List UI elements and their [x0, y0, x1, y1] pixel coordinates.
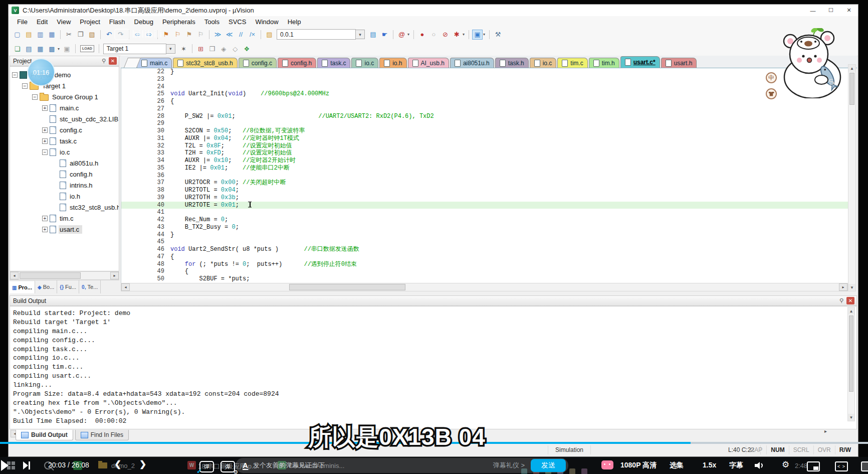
menu-item-svcs[interactable]: SVCS — [224, 17, 251, 27]
tree-item-intrinsh[interactable]: intrins.h — [10, 180, 119, 191]
menu-item-flash[interactable]: Flash — [105, 17, 130, 27]
ime-skin-button[interactable] — [766, 88, 777, 99]
window-layout-icon[interactable]: ▣ — [472, 30, 483, 40]
menu-item-peripherals[interactable]: Peripherals — [158, 17, 200, 27]
minimize-button[interactable]: — — [804, 5, 822, 16]
scroll-down-icon[interactable]: ▼ — [848, 284, 855, 291]
volume-icon[interactable] — [754, 461, 765, 470]
breakpoint-kill-icon[interactable]: ✱ — [452, 30, 462, 40]
menu-item-view[interactable]: View — [52, 17, 75, 27]
editor-tab-usartc[interactable]: usart.c* — [620, 56, 660, 68]
quality-button[interactable]: 1080P 高清 — [620, 461, 657, 470]
editor-tab-ai8051uh[interactable]: ai8051u.h — [450, 58, 494, 68]
editor-tab-stc32stc8usbh[interactable]: stc32_stc8_usb.h — [173, 58, 237, 68]
scroll-left-icon[interactable]: ◂ — [10, 272, 19, 279]
expand-toggle[interactable]: − — [42, 149, 48, 155]
bookmark-next-icon[interactable]: ⚑ — [184, 30, 194, 40]
breakpoint-empty-icon[interactable]: ○ — [428, 30, 439, 40]
subtitle-button[interactable]: 字幕 — [729, 461, 743, 470]
manage-items-icon[interactable]: ⊞ — [195, 44, 206, 54]
font-style-icon[interactable]: A — [243, 461, 248, 470]
editor-tab-AIusbh[interactable]: AI_usb.h — [408, 58, 449, 68]
menu-item-file[interactable]: File — [13, 17, 32, 27]
editor-tab-ioh[interactable]: io.h — [379, 58, 406, 68]
fullscreen-button[interactable] — [861, 461, 868, 471]
panel-tab-Fu[interactable]: {}Fu... — [57, 280, 79, 293]
etiquette-link[interactable]: 弹幕礼仪 > — [493, 461, 525, 470]
chevron-down-icon[interactable]: ▾ — [166, 44, 175, 54]
pack-installer-icon[interactable]: ❖ — [242, 44, 252, 54]
panel-tab-Te[interactable]: 0,Te... — [79, 280, 101, 293]
tree-item-taskc[interactable]: +task.c — [10, 135, 119, 146]
tree-item-timc[interactable]: +tim.c — [10, 213, 119, 224]
download-flash-button[interactable]: LOAD — [80, 45, 94, 52]
configure-icon[interactable]: ⚒ — [493, 30, 503, 40]
code-editor[interactable]: 22}232425void Uart2_Init(void) //9600bps… — [121, 68, 848, 283]
tree-item-mainc[interactable]: +main.c — [10, 102, 119, 113]
editor-tab-taskc[interactable]: task.c — [317, 58, 350, 68]
chevron-down-icon[interactable]: ▾ — [356, 30, 365, 39]
scroll-down-icon[interactable]: ▼ — [848, 414, 854, 421]
translate-file-icon[interactable]: ❏ — [12, 44, 23, 54]
menu-item-project[interactable]: Project — [75, 17, 104, 27]
indent-icon[interactable]: ≫ — [212, 30, 223, 40]
save-all-icon[interactable]: ▦ — [47, 30, 57, 40]
undo-icon[interactable]: ↶ — [104, 30, 114, 40]
folder-icon[interactable] — [98, 462, 107, 468]
editor-tab-usarth[interactable]: usart.h — [661, 58, 697, 68]
editor-tab-timc[interactable]: tim.c — [557, 58, 587, 68]
scroll-thumb[interactable] — [289, 284, 405, 290]
breakpoint-disable-icon[interactable]: ⊘ — [440, 30, 451, 40]
tree-item-configh[interactable]: config.h — [10, 169, 119, 180]
tree-item-stcusbcdc32LIB[interactable]: stc_usb_cdc_32.LIB — [10, 113, 119, 124]
panel-tab-Bo[interactable]: ◈Bo... — [35, 280, 57, 293]
chevron-down-icon[interactable]: ▾ — [407, 32, 409, 37]
editor-tab-timh[interactable]: tim.h — [589, 58, 619, 68]
bilibili-tv-icon[interactable] — [601, 460, 613, 469]
danmaku-settings-button[interactable]: 弹 — [221, 461, 235, 472]
tree-item-Projectdemo[interactable]: −Project: demo — [10, 69, 119, 80]
expand-toggle[interactable]: + — [42, 105, 48, 111]
tree-item-ai8051uh[interactable]: ai8051u.h — [10, 157, 119, 169]
bottom-tab-FindInFiles[interactable]: Find In Files — [75, 430, 129, 440]
tree-item-configc[interactable]: +config.c — [10, 124, 119, 135]
menu-item-debug[interactable]: Debug — [130, 17, 158, 27]
global-search-icon[interactable]: @ — [396, 30, 407, 40]
web-fullscreen-button[interactable]: < > — [835, 461, 848, 471]
build-target-icon[interactable]: ▤ — [24, 44, 34, 54]
expand-toggle[interactable]: + — [42, 227, 48, 232]
episodes-button[interactable]: 选集 — [670, 461, 684, 470]
pin-icon[interactable]: ⚲ — [837, 297, 845, 304]
tree-item-Target1[interactable]: −Target 1 — [10, 80, 119, 91]
danmaku-toggle-button[interactable]: 弹 — [199, 461, 214, 472]
open-file-icon[interactable]: ▤ — [24, 30, 34, 40]
build-output-vscrollbar[interactable]: ▲ ▼ — [847, 307, 855, 421]
multi-window-icon[interactable]: ❒ — [207, 44, 218, 54]
ime-lang-button[interactable]: 中 — [766, 72, 777, 83]
expand-toggle[interactable]: + — [42, 127, 48, 133]
menu-item-tools[interactable]: Tools — [200, 17, 224, 27]
expand-toggle[interactable]: + — [42, 216, 48, 221]
next-video-button[interactable] — [23, 461, 30, 469]
menu-item-window[interactable]: Window — [251, 17, 283, 27]
find-in-files-icon[interactable]: ▤ — [368, 30, 378, 40]
editor-tab-configh[interactable]: config.h — [278, 58, 316, 68]
editor-tab-configc[interactable]: config.c — [239, 58, 277, 68]
uncomment-icon[interactable]: /× — [247, 30, 258, 40]
maximize-button[interactable]: ☐ — [822, 5, 840, 16]
scroll-up-icon[interactable]: ▲ — [848, 307, 854, 314]
danmaku-input[interactable]: A 发个友善的弹幕见证当下 弹幕礼仪 > 发送 — [236, 458, 568, 473]
scroll-right-icon[interactable]: ▸ — [824, 428, 827, 434]
copy-icon[interactable]: ❐ — [75, 30, 86, 40]
magic-wand-icon[interactable]: ✶ — [178, 44, 189, 54]
editor-tab-mainc[interactable]: main.c — [137, 58, 172, 68]
panel-tab-Pro[interactable]: ▥Pro... — [10, 280, 35, 293]
chevron-down-icon[interactable]: ▾ — [483, 32, 485, 37]
run-to-line-icon[interactable]: ☛ — [379, 30, 390, 40]
editor-tab-ioc[interactable]: io.c — [530, 58, 557, 68]
expand-toggle[interactable]: + — [42, 138, 48, 144]
new-file-icon[interactable]: ▢ — [12, 30, 23, 40]
tree-item-usartc[interactable]: +usart.c — [10, 224, 119, 235]
project-hscrollbar[interactable]: ◂ ▸ — [10, 271, 119, 280]
bookmark-prev-icon[interactable]: ⚐ — [172, 30, 183, 40]
